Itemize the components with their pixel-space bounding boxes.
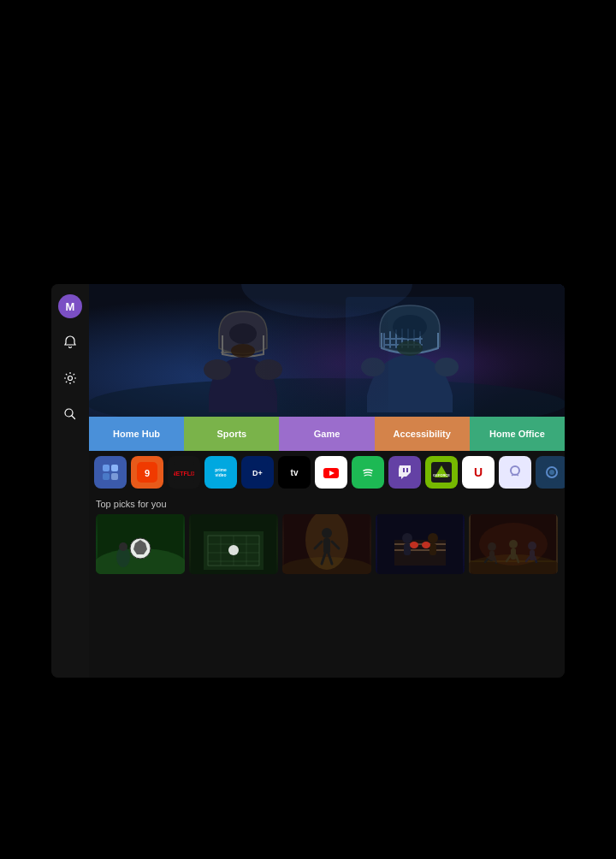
svg-text:NETFLIX: NETFLIX bbox=[174, 471, 194, 477]
nav-game[interactable]: Game bbox=[279, 417, 374, 451]
app-apps[interactable] bbox=[94, 456, 127, 489]
app-apple-tv[interactable]: tv bbox=[278, 456, 311, 489]
svg-point-102 bbox=[410, 542, 418, 548]
pick-card-1[interactable] bbox=[96, 514, 185, 574]
top-picks-label: Top picks for you bbox=[96, 499, 558, 509]
svg-rect-101 bbox=[429, 543, 436, 555]
notification-icon[interactable] bbox=[58, 330, 82, 354]
nav-sports[interactable]: Sports bbox=[184, 417, 279, 451]
app-spotify[interactable] bbox=[352, 456, 384, 489]
settings-icon[interactable] bbox=[58, 366, 82, 390]
apps-row: 9 NETFLIX prime video D+ bbox=[89, 451, 565, 494]
app-twitch[interactable] bbox=[388, 456, 421, 489]
app-uscreen[interactable]: U bbox=[462, 456, 495, 489]
svg-rect-58 bbox=[406, 468, 408, 472]
svg-point-78 bbox=[119, 542, 127, 551]
svg-rect-37 bbox=[111, 465, 118, 471]
app-disney-plus[interactable]: D+ bbox=[241, 456, 274, 489]
app-netflix[interactable]: NETFLIX bbox=[168, 456, 200, 489]
svg-rect-38 bbox=[103, 473, 110, 480]
app-lg-store[interactable]: 9 bbox=[131, 456, 163, 489]
top-picks-section: Top picks for you bbox=[89, 494, 565, 678]
app-geforce-now[interactable]: GEFORCE bbox=[425, 456, 458, 489]
svg-text:GEFORCE: GEFORCE bbox=[433, 473, 450, 477]
svg-rect-99 bbox=[404, 543, 411, 555]
pick-card-3[interactable] bbox=[282, 514, 371, 574]
pick-card-2[interactable] bbox=[189, 514, 278, 574]
svg-point-88 bbox=[228, 545, 239, 555]
app-youtube[interactable] bbox=[315, 456, 347, 489]
nav-home-hub[interactable]: Home Hub bbox=[89, 417, 184, 451]
nav-accessibility[interactable]: Accessibility bbox=[375, 417, 470, 451]
svg-point-113 bbox=[479, 523, 548, 566]
sidebar: M bbox=[51, 284, 89, 678]
svg-point-92 bbox=[322, 528, 332, 538]
svg-point-100 bbox=[428, 533, 438, 543]
tv-screen: M bbox=[51, 284, 565, 678]
svg-point-0 bbox=[68, 376, 73, 381]
svg-text:U: U bbox=[474, 465, 483, 479]
svg-text:9: 9 bbox=[145, 468, 150, 478]
svg-rect-64 bbox=[505, 462, 525, 483]
app-smart-home[interactable] bbox=[536, 456, 565, 489]
pick-card-5[interactable] bbox=[469, 514, 558, 574]
svg-text:video: video bbox=[215, 472, 226, 477]
svg-rect-93 bbox=[323, 538, 330, 554]
nav-home-office[interactable]: Home Office bbox=[470, 417, 565, 451]
hero-banner bbox=[89, 284, 565, 417]
user-avatar-icon[interactable]: M bbox=[58, 294, 82, 318]
svg-rect-57 bbox=[403, 468, 405, 472]
svg-point-98 bbox=[402, 533, 412, 543]
search-icon[interactable] bbox=[58, 402, 82, 426]
svg-text:tv: tv bbox=[291, 468, 299, 477]
svg-rect-39 bbox=[111, 473, 118, 480]
svg-point-68 bbox=[549, 470, 554, 475]
app-prime-video[interactable]: prime video bbox=[204, 456, 237, 489]
app-circle[interactable] bbox=[499, 456, 531, 489]
picks-row bbox=[96, 514, 558, 574]
svg-rect-36 bbox=[103, 465, 110, 471]
nav-bar: Home Hub Sports Game Accessibility Home … bbox=[89, 417, 565, 451]
svg-point-103 bbox=[422, 542, 430, 548]
svg-text:D+: D+ bbox=[252, 469, 263, 477]
pick-card-4[interactable] bbox=[376, 514, 465, 574]
